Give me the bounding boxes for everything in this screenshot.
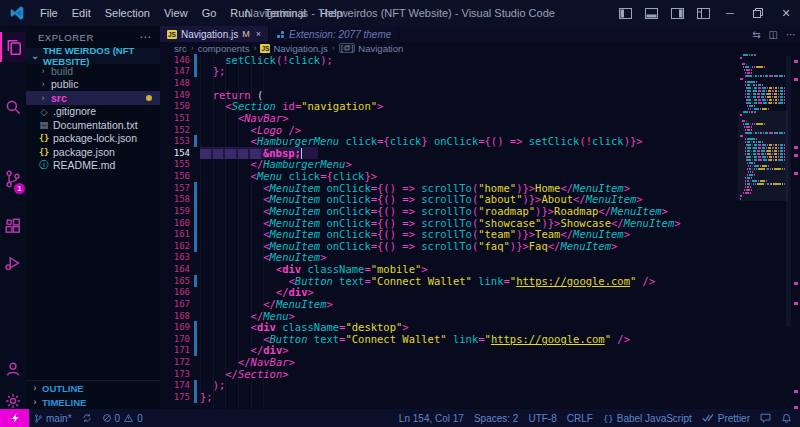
minimap-token bbox=[764, 66, 765, 68]
minimap-token bbox=[740, 57, 742, 59]
notifications-bell-icon[interactable] bbox=[776, 409, 800, 427]
code-token: > bbox=[611, 240, 617, 252]
overview-ruler-mark bbox=[794, 78, 798, 81]
status-utf-8[interactable]: UTF-8 bbox=[523, 409, 561, 427]
split-editor-icon[interactable]: ◫ bbox=[769, 29, 778, 40]
breadcrumb-label: Navigation bbox=[358, 43, 403, 54]
minimap-token bbox=[754, 102, 757, 104]
toggle-secondary-sidebar-icon[interactable] bbox=[664, 0, 690, 26]
workspace-section-header[interactable]: ⌄ THE WEIRDOS (NFT WEBSITE) bbox=[26, 48, 160, 64]
minimap-token bbox=[784, 90, 785, 92]
minimap-token bbox=[750, 66, 751, 68]
toggle-panel-icon[interactable] bbox=[638, 0, 664, 26]
explorer-title: EXPLORER bbox=[38, 32, 94, 43]
accounts-icon[interactable] bbox=[0, 354, 26, 384]
code-line-162: 162 <MenuItem onClick={() => scrollTo("f… bbox=[160, 240, 800, 252]
menu-go[interactable]: Go bbox=[195, 0, 224, 26]
minimap-slider[interactable] bbox=[738, 111, 788, 201]
tree-item-build[interactable]: ›build bbox=[26, 64, 160, 78]
menu-help[interactable]: Help bbox=[313, 0, 350, 26]
tree-item-readme-md[interactable]: ⓘREADME.md bbox=[26, 159, 160, 173]
code-token: </ bbox=[251, 158, 264, 170]
toggle-sidebar-icon[interactable] bbox=[612, 0, 638, 26]
status-spaces-2[interactable]: Spaces: 2 bbox=[469, 409, 523, 427]
breadcrumb-item-components[interactable]: components bbox=[198, 43, 250, 54]
feedback-icon[interactable] bbox=[755, 409, 776, 427]
line-number: 154 bbox=[160, 148, 190, 158]
search-icon[interactable] bbox=[0, 92, 26, 122]
code-token: ); bbox=[320, 54, 333, 66]
minimap-token bbox=[773, 99, 774, 101]
breadcrumb-item-navigation[interactable]: [@]Navigation bbox=[339, 43, 403, 54]
menu-file[interactable]: File bbox=[33, 0, 65, 26]
source-control-icon[interactable]: 1 bbox=[0, 164, 26, 194]
code-token: div bbox=[282, 263, 301, 275]
git-modified-gutter bbox=[194, 240, 197, 252]
tree-item--gitignore[interactable]: ◇.gitignore bbox=[26, 105, 160, 119]
customize-layout-icon[interactable] bbox=[690, 0, 716, 26]
minimap[interactable] bbox=[740, 54, 786, 384]
minimap-token bbox=[769, 87, 772, 89]
remote-indicator[interactable] bbox=[0, 409, 29, 427]
breadcrumb-item-navigation.js[interactable]: JSNavigation.js bbox=[260, 43, 327, 54]
explorer-icon[interactable] bbox=[0, 32, 26, 62]
tab-navigation-js[interactable]: JSNavigation.jsM× bbox=[160, 26, 269, 42]
status-babel-javascript[interactable]: {}Babel JavaScript bbox=[598, 409, 697, 427]
close-window-button[interactable]: ✕ bbox=[772, 0, 800, 26]
code-line-text: <div className="desktop"> bbox=[200, 321, 409, 333]
minimap-token bbox=[778, 93, 779, 95]
tree-item-documentation-txt[interactable]: ▤Documentation.txt bbox=[26, 118, 160, 132]
code-line-text: }; bbox=[200, 391, 213, 403]
line-number: 152 bbox=[160, 125, 190, 135]
code-line-text: </Menu> bbox=[200, 310, 295, 322]
menu-view[interactable]: View bbox=[157, 0, 195, 26]
gutter bbox=[190, 287, 200, 299]
breadcrumb-item-src[interactable]: src bbox=[174, 43, 187, 54]
code-token: } bbox=[421, 135, 434, 147]
minimap-token bbox=[779, 75, 780, 77]
sync-status[interactable] bbox=[77, 409, 97, 427]
tree-item-src[interactable]: ›src bbox=[26, 91, 160, 105]
minimize-button[interactable]: ─ bbox=[716, 0, 744, 26]
minimap-token bbox=[780, 99, 784, 101]
code-token: </ bbox=[548, 240, 561, 252]
line-number: 157 bbox=[160, 183, 190, 193]
menu-selection[interactable]: Selection bbox=[98, 0, 157, 26]
explorer-more-actions-icon[interactable]: ⋯ bbox=[139, 30, 152, 44]
minimap-token bbox=[774, 93, 777, 95]
code-token: Button bbox=[270, 333, 308, 345]
chevron-down-icon: ⌄ bbox=[30, 51, 40, 61]
timeline-section[interactable]: › TIMELINE bbox=[26, 395, 160, 409]
overview-ruler-mark bbox=[794, 172, 798, 175]
more-actions-icon[interactable]: ⋯ bbox=[786, 29, 796, 40]
open-changes-icon[interactable]: ⇆ bbox=[752, 29, 760, 40]
menu-edit[interactable]: Edit bbox=[65, 0, 98, 26]
outline-section[interactable]: › OUTLINE bbox=[26, 381, 160, 395]
readme-file-icon: ⓘ bbox=[38, 159, 50, 172]
restore-button[interactable] bbox=[744, 0, 772, 26]
tree-item-public[interactable]: ›public bbox=[26, 78, 160, 92]
status-prettier[interactable]: Prettier bbox=[697, 409, 755, 427]
problems-status[interactable]: 0 0 bbox=[97, 409, 148, 427]
code-token: About bbox=[541, 193, 573, 205]
code-token: (! bbox=[276, 54, 289, 66]
extensions-icon[interactable] bbox=[0, 211, 26, 241]
tree-item-package-json[interactable]: {}package.json bbox=[26, 145, 160, 159]
menu-run[interactable]: Run bbox=[223, 0, 257, 26]
status-ln-154-col-17[interactable]: Ln 154, Col 17 bbox=[394, 409, 469, 427]
code-token: MenuItem bbox=[270, 228, 321, 240]
close-tab-icon[interactable]: × bbox=[256, 29, 261, 39]
editor-scrollbar[interactable] bbox=[786, 56, 791, 326]
overview-ruler bbox=[792, 54, 800, 409]
vscode-window: FileEditSelectionViewGoRunTerminalHelp N… bbox=[0, 0, 800, 427]
git-branch-status[interactable]: main* bbox=[29, 409, 77, 427]
run-debug-icon[interactable] bbox=[0, 248, 26, 278]
menu-terminal[interactable]: Terminal bbox=[258, 0, 314, 26]
status-crlf[interactable]: CRLF bbox=[562, 409, 598, 427]
code-line-text: setClick(!click); bbox=[200, 54, 333, 66]
code-token: Faq bbox=[529, 240, 548, 252]
tree-item-package-lock-json[interactable]: {}package-lock.json bbox=[26, 132, 160, 146]
status-label: UTF-8 bbox=[528, 413, 556, 424]
tab-extension-2077-theme[interactable]: Extension: 2077 theme bbox=[269, 26, 399, 42]
code-editor[interactable]: 146 setClick(!click);147 };148149 return… bbox=[160, 54, 800, 409]
